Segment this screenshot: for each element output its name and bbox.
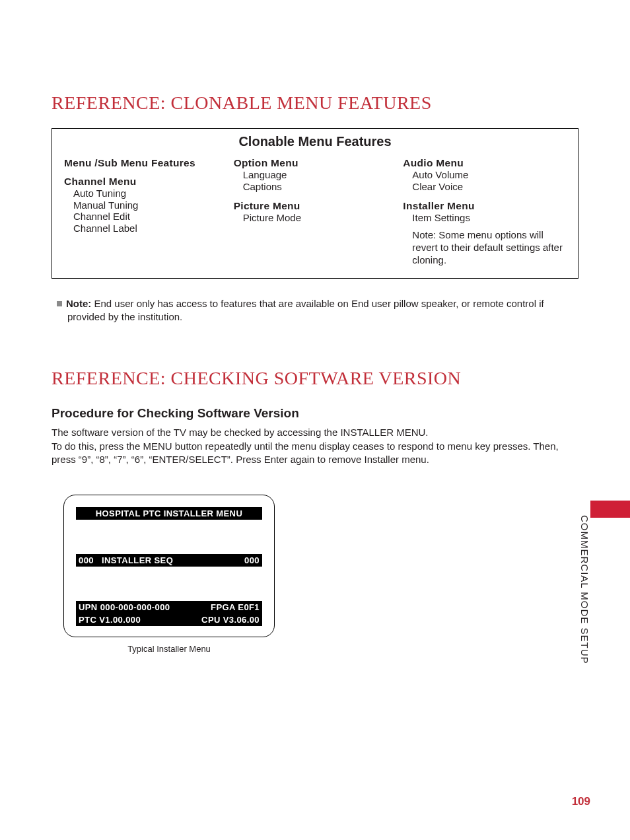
- col1-head2: Channel Menu: [64, 176, 227, 188]
- section-title-version: REFERENCE: CHECKING SOFTWARE VERSION: [52, 368, 578, 389]
- col3-item: Auto Volume: [412, 169, 566, 181]
- col2-item: Language: [243, 169, 397, 181]
- upn-text: UPN 000-000-000-000: [79, 602, 170, 612]
- col3-head2: Installer Menu: [403, 200, 566, 212]
- screen-row-seq: 000 INSTALLER SEQ 000: [76, 554, 262, 567]
- col1-item: Auto Tuning: [73, 188, 227, 199]
- col2-head1: Option Menu: [234, 157, 397, 169]
- side-tab-color: [590, 501, 630, 518]
- footnote-text: End user only has access to features tha…: [67, 298, 544, 322]
- section-title-clonable: REFERENCE: CLONABLE MENU FEATURES: [52, 92, 578, 114]
- seq-code: 000: [79, 555, 94, 565]
- screen-title-row: HOSPITAL PTC INSTALLER MENU: [76, 507, 262, 520]
- side-section-label: COMMERCIAL MODE SETUP: [579, 515, 590, 664]
- col3-item: Item Settings: [412, 212, 566, 224]
- col-3: Audio Menu Auto Volume Clear Voice Insta…: [403, 155, 566, 266]
- procedure-p2: To do this, press the MENU button repeat…: [52, 440, 578, 466]
- col3-head1: Audio Menu: [403, 157, 566, 169]
- clonable-features-box: Clonable Menu Features Menu /Sub Menu Fe…: [52, 128, 578, 279]
- footnote-label: Note:: [66, 298, 91, 309]
- col1-item: Manual Tuning: [73, 199, 227, 211]
- page-number: 109: [572, 795, 590, 808]
- seq-value: 000: [244, 555, 260, 565]
- col2-head2: Picture Menu: [234, 200, 397, 212]
- col1-head1: Menu /Sub Menu Features: [64, 157, 227, 169]
- procedure-subhead: Procedure for Checking Software Version: [52, 406, 578, 421]
- box-title: Clonable Menu Features: [64, 134, 566, 149]
- footnote: Note: End user only has access to featur…: [57, 297, 578, 322]
- col-1: Menu /Sub Menu Features Channel Menu Aut…: [64, 155, 227, 266]
- col3-item: Clear Voice: [412, 181, 566, 193]
- col1-item: Channel Label: [73, 223, 227, 234]
- procedure-p1: The software version of the TV may be ch…: [52, 426, 578, 439]
- fpga-text: FPGA E0F1: [211, 602, 260, 612]
- col2-item: Captions: [243, 181, 397, 193]
- bullet-icon: [57, 301, 62, 306]
- installer-screen-figure: HOSPITAL PTC INSTALLER MENU 000 INSTALLE…: [63, 495, 275, 654]
- col1-item: Channel Edit: [73, 211, 227, 223]
- col3-note: Note: Some menu options will revert to t…: [403, 229, 566, 266]
- installer-screen: HOSPITAL PTC INSTALLER MENU 000 INSTALLE…: [63, 495, 275, 637]
- screen-caption: Typical Installer Menu: [63, 644, 275, 654]
- cpu-text: CPU V3.06.00: [201, 615, 260, 625]
- col-2: Option Menu Language Captions Picture Me…: [234, 155, 397, 266]
- ptc-text: PTC V1.00.000: [79, 615, 141, 625]
- seq-label: INSTALLER SEQ: [102, 555, 173, 565]
- screen-row-upn: UPN 000-000-000-000 FPGA E0F1: [76, 601, 262, 613]
- screen-row-ptc: PTC V1.00.000 CPU V3.06.00: [76, 613, 262, 626]
- col2-item: Picture Mode: [243, 212, 397, 224]
- side-label-text: COMMERCIAL MODE SETUP: [579, 515, 590, 664]
